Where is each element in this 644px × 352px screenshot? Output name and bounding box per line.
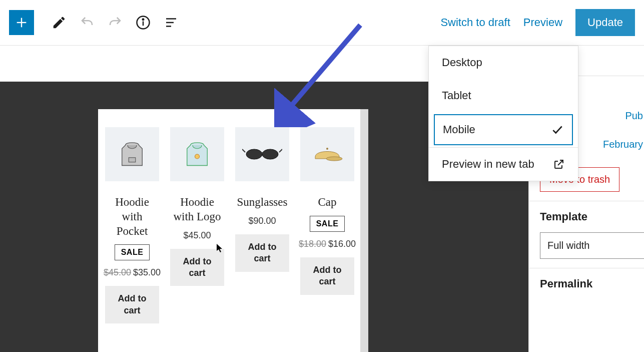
- product-price: $45.00: [183, 230, 211, 241]
- permalink-heading[interactable]: Permalink: [529, 268, 644, 299]
- svg-point-10: [246, 149, 262, 159]
- svg-point-9: [195, 154, 200, 159]
- product-image: [170, 127, 224, 181]
- preview-option-tablet[interactable]: Tablet: [429, 79, 578, 112]
- svg-rect-8: [129, 158, 136, 162]
- preview-new-tab-label: Preview in new tab: [442, 158, 534, 171]
- sale-badge: SALE: [115, 244, 150, 260]
- svg-point-16: [326, 148, 328, 150]
- preview-button[interactable]: Preview: [523, 16, 562, 29]
- add-to-cart-button[interactable]: Add to cart: [235, 234, 289, 272]
- hoodie-icon: [114, 136, 150, 172]
- product-title: Sunglasses: [237, 195, 288, 210]
- product-title: Hoodie with Logo: [170, 195, 224, 224]
- toolbar-left: [9, 10, 184, 36]
- product-item: Hoodie with Pocket SALE $45.00$35.00 Add…: [105, 127, 159, 323]
- product-item: Hoodie with Logo $45.00 Add to cart: [170, 127, 224, 323]
- check-icon: [551, 123, 564, 136]
- add-to-cart-button[interactable]: Add to cart: [300, 257, 354, 295]
- mobile-preview-frame: Hoodie with Pocket SALE $45.00$35.00 Add…: [98, 109, 368, 352]
- template-heading[interactable]: Template: [529, 201, 644, 232]
- svg-point-4: [143, 19, 144, 21]
- product-price: $45.00$35.00: [104, 267, 161, 278]
- external-link-icon: [553, 158, 565, 170]
- preview-dropdown: Desktop Tablet Mobile Preview in new tab: [428, 46, 578, 181]
- add-block-button[interactable]: [9, 10, 34, 35]
- price-old: $18.00: [299, 239, 326, 249]
- preview-option-desktop[interactable]: Desktop: [429, 46, 578, 79]
- switch-to-draft-button[interactable]: Switch to draft: [440, 16, 510, 29]
- redo-icon: [108, 15, 123, 30]
- svg-point-15: [326, 157, 342, 161]
- sunglasses-icon: [242, 144, 282, 164]
- info-button[interactable]: [130, 10, 156, 36]
- editor-toolbar: Switch to draft Preview Update: [0, 0, 644, 46]
- svg-line-14: [279, 149, 282, 152]
- sale-badge: SALE: [310, 216, 345, 232]
- product-image: [235, 127, 289, 181]
- price-new: $16.00: [328, 239, 356, 249]
- product-image: [300, 127, 354, 181]
- pencil-icon: [52, 15, 67, 30]
- hoodie-logo-icon: [179, 136, 215, 172]
- svg-point-11: [262, 149, 278, 159]
- product-title: Hoodie with Pocket: [105, 195, 159, 238]
- product-title: Cap: [318, 195, 336, 210]
- info-icon: [136, 15, 151, 30]
- product-item: Sunglasses $90.00 Add to cart: [235, 127, 289, 323]
- toolbar-right: Switch to draft Preview Update: [440, 9, 635, 36]
- outline-button[interactable]: [158, 10, 184, 36]
- product-item: Cap SALE $18.00$16.00 Add to cart: [300, 127, 354, 323]
- preview-new-tab[interactable]: Preview in new tab: [429, 148, 578, 181]
- add-to-cart-button[interactable]: Add to cart: [105, 286, 159, 323]
- product-price: $18.00$16.00: [299, 239, 356, 249]
- svg-line-13: [242, 149, 245, 152]
- price-old: $45.00: [104, 267, 131, 277]
- update-button[interactable]: Update: [575, 9, 635, 36]
- preview-option-label: Mobile: [443, 123, 475, 136]
- redo-button[interactable]: [102, 10, 128, 36]
- list-icon: [164, 15, 179, 30]
- preview-option-mobile[interactable]: Mobile: [434, 114, 573, 145]
- price-new: $45.00: [183, 230, 211, 240]
- add-to-cart-button[interactable]: Add to cart: [170, 249, 224, 286]
- edit-mode-button[interactable]: [46, 10, 72, 36]
- product-price: $90.00: [248, 216, 276, 226]
- undo-icon: [80, 15, 95, 30]
- cap-icon: [309, 142, 345, 167]
- template-select[interactable]: Full width: [540, 232, 644, 259]
- svg-rect-12: [261, 152, 263, 154]
- price-new: $35.00: [133, 267, 161, 277]
- undo-button[interactable]: [74, 10, 100, 36]
- product-image: [105, 127, 159, 181]
- price-new: $90.00: [248, 216, 276, 226]
- plus-icon: [15, 16, 29, 30]
- products-block: Hoodie with Pocket SALE $45.00$35.00 Add…: [105, 127, 353, 323]
